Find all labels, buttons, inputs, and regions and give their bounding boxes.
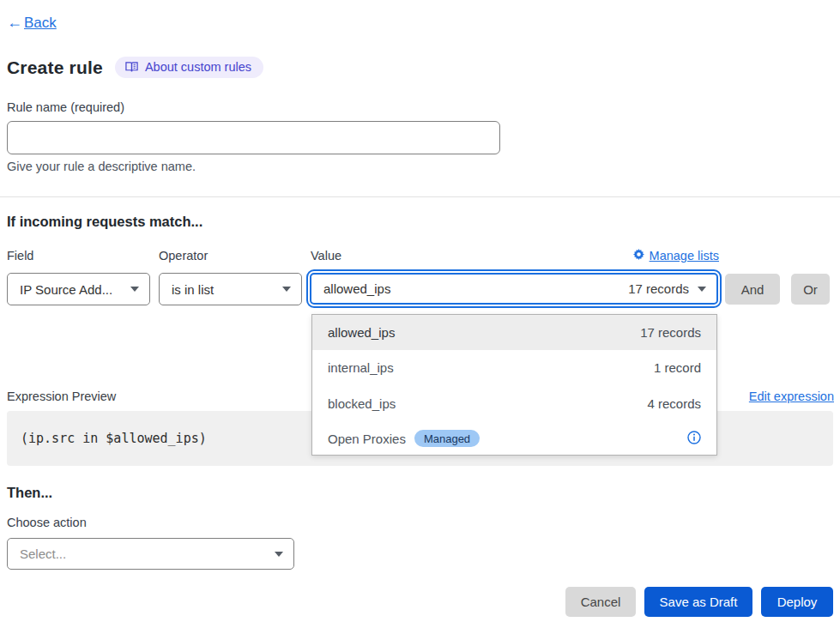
- value-select-value: allowed_ips: [323, 281, 390, 296]
- value-dropdown-panel: allowed_ips 17 records internal_ips 1 re…: [311, 314, 717, 456]
- section-divider: [0, 196, 840, 197]
- list-item-open-proxies[interactable]: Open Proxies Managed: [312, 421, 716, 456]
- chevron-down-icon: [282, 287, 291, 292]
- save-as-draft-button[interactable]: Save as Draft: [644, 587, 752, 617]
- then-section-heading: Then...: [7, 485, 52, 501]
- expression-preview-label: Expression Preview: [7, 389, 116, 403]
- chevron-down-icon: [275, 552, 283, 557]
- value-select[interactable]: allowed_ips 17 records: [310, 273, 718, 305]
- list-item-name: allowed_ips: [328, 325, 395, 340]
- rule-name-input[interactable]: [7, 121, 500, 154]
- value-select-focus-ring: allowed_ips 17 records: [306, 269, 722, 308]
- value-select-meta: 17 records: [628, 281, 689, 296]
- value-label: Value: [311, 249, 341, 263]
- action-select-placeholder: Select...: [20, 546, 66, 561]
- managed-badge: Managed: [414, 430, 480, 447]
- cancel-button[interactable]: Cancel: [565, 587, 636, 617]
- info-icon[interactable]: [687, 431, 701, 447]
- list-item-internal-ips[interactable]: internal_ips 1 record: [312, 350, 716, 385]
- operator-select-value: is in list: [172, 282, 214, 297]
- edit-expression-link[interactable]: Edit expression: [749, 389, 834, 403]
- list-item-name: internal_ips: [328, 360, 394, 375]
- list-item-allowed-ips[interactable]: allowed_ips 17 records: [312, 315, 716, 350]
- deploy-button[interactable]: Deploy: [761, 587, 833, 617]
- expression-code: (ip.src in $allowed_ips): [21, 431, 207, 446]
- chevron-down-icon: [698, 287, 706, 292]
- choose-action-label: Choose action: [7, 516, 87, 529]
- action-select[interactable]: Select...: [7, 538, 294, 570]
- field-select-value: IP Source Add...: [20, 282, 112, 297]
- list-item-blocked-ips[interactable]: blocked_ips 4 records: [312, 386, 716, 421]
- rule-name-label: Rule name (required): [7, 100, 124, 114]
- and-button[interactable]: And: [725, 274, 780, 305]
- operator-select[interactable]: is in list: [159, 273, 302, 305]
- book-icon: [125, 61, 138, 73]
- about-badge-label: About custom rules: [145, 60, 251, 74]
- list-item-meta: 4 records: [647, 396, 701, 411]
- manage-lists-link[interactable]: Manage lists: [633, 249, 719, 263]
- operator-label: Operator: [159, 249, 208, 263]
- create-rule-page: ← Back Create rule About custom rules Ru…: [0, 0, 840, 634]
- list-item-name: Open Proxies: [328, 432, 406, 446]
- field-label: Field: [7, 249, 33, 263]
- page-title: Create rule: [7, 57, 103, 78]
- title-row: Create rule About custom rules: [7, 57, 263, 78]
- gear-icon: [633, 249, 644, 263]
- list-item-name: blocked_ips: [328, 396, 396, 411]
- list-item-meta: 1 record: [654, 360, 701, 375]
- or-button[interactable]: Or: [791, 274, 830, 305]
- footer-actions: Cancel Save as Draft Deploy: [565, 587, 833, 617]
- back-arrow-icon: ←: [7, 14, 22, 32]
- match-section-heading: If incoming requests match...: [7, 214, 202, 230]
- list-item-meta: 17 records: [640, 325, 701, 340]
- rule-name-helper: Give your rule a descriptive name.: [7, 160, 196, 173]
- manage-lists-label[interactable]: Manage lists: [650, 249, 719, 263]
- back-link[interactable]: ← Back: [7, 14, 57, 32]
- field-select[interactable]: IP Source Add...: [7, 273, 150, 305]
- chevron-down-icon: [130, 287, 139, 292]
- back-link-label[interactable]: Back: [24, 15, 57, 32]
- about-custom-rules-badge[interactable]: About custom rules: [115, 57, 263, 78]
